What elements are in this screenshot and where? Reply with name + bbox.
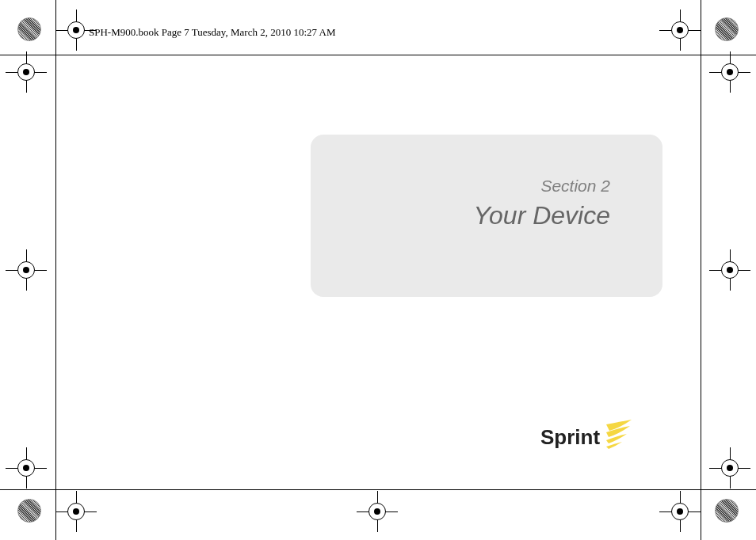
page-header: SPH-M900.book Page 7 Tuesday, March 2, 2… bbox=[89, 26, 336, 39]
section-label: Section 2 bbox=[540, 177, 610, 196]
crop-mark-icon bbox=[659, 10, 701, 51]
crop-mark-icon bbox=[709, 51, 750, 93]
sprint-logo-text: Sprint bbox=[540, 425, 600, 450]
crop-mark-icon bbox=[55, 491, 97, 532]
crop-mark-icon bbox=[709, 249, 750, 291]
crop-mark-icon bbox=[709, 447, 750, 489]
corner-circle-top-right bbox=[715, 17, 739, 41]
crop-line-right bbox=[701, 0, 701, 540]
section-panel: Section 2 Your Device bbox=[311, 135, 662, 297]
corner-circle-bottom-right bbox=[715, 499, 739, 523]
corner-circle-bottom-left bbox=[17, 499, 41, 523]
corner-circle-top-left bbox=[17, 17, 41, 41]
section-title: Your Device bbox=[473, 201, 610, 230]
crop-mark-icon bbox=[357, 491, 398, 532]
crop-mark-icon bbox=[6, 51, 47, 93]
crop-line-left bbox=[55, 0, 56, 540]
crop-mark-icon bbox=[6, 447, 47, 489]
crop-line-bottom bbox=[0, 489, 756, 490]
sprint-logo: Sprint bbox=[540, 420, 633, 454]
crop-mark-icon bbox=[659, 491, 701, 532]
crop-line-top bbox=[0, 55, 756, 55]
crop-mark-icon bbox=[6, 249, 47, 291]
sprint-wing-icon bbox=[605, 420, 633, 454]
